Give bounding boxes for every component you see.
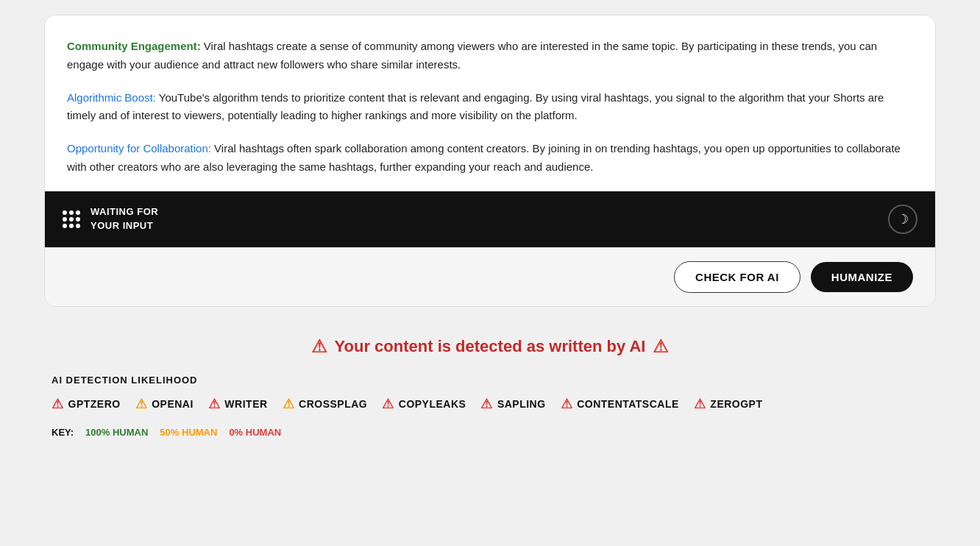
badge-crossplag: ⚠ CROSSPLAG [283,396,368,412]
key-50-human: 50% HUMAN [160,427,217,438]
warning-icon-right: ⚠ [653,336,669,357]
badge-contentatscale-label: CONTENTATSCALE [577,398,679,410]
key-row: KEY: 100% HUMAN 50% HUMAN 0% HUMAN [52,427,928,438]
badge-crossplag-icon: ⚠ [283,396,295,412]
badge-writer: ⚠ WRITER [208,396,268,412]
paragraph-3-label: Opportunity for Collaboration: [67,142,211,155]
status-text: WAITING FOR YOUR INPUT [90,205,158,232]
badge-sapling-icon: ⚠ [480,396,493,412]
badge-sapling: ⚠ SAPLING [480,396,545,412]
paragraph-3: Opportunity for Collaboration: Viral has… [67,140,913,177]
badge-zerogpt: ⚠ ZEROGPT [694,396,763,412]
badge-crossplag-label: CROSSPLAG [299,398,367,410]
paragraph-2: Algorithmic Boost: YouTube's algorithm t… [67,89,913,126]
badge-sapling-label: SAPLING [497,398,546,410]
badge-gptzero-icon: ⚠ [52,396,64,412]
warning-text: Your content is detected as written by A… [335,337,646,356]
paragraph-2-text: YouTube's algorithm tends to prioritize … [67,91,884,122]
badge-zerogpt-label: ZEROGPT [710,398,762,410]
badge-contentatscale: ⚠ CONTENTATSCALE [561,396,679,412]
key-label: KEY: [52,427,74,438]
warning-banner: ⚠ Your content is detected as written by… [52,336,928,357]
moon-icon: ☽ [897,211,909,227]
badge-zerogpt-icon: ⚠ [694,396,706,412]
badge-writer-label: WRITER [224,398,267,410]
status-left: WAITING FOR YOUR INPUT [63,205,158,232]
badge-copyleaks-label: COPYLEAKS [399,398,466,410]
badge-gptzero: ⚠ GPTZERO [52,396,121,412]
detection-likelihood-label: AI DETECTION LIKELIHOOD [52,375,928,386]
paragraph-1-label: Community Engagement: [67,40,201,52]
warning-icon-left: ⚠ [311,336,327,357]
key-0-human: 0% HUMAN [229,427,281,438]
dark-mode-toggle[interactable]: ☽ [888,205,917,234]
badge-openai: ⚠ OPENAI [135,396,193,412]
main-card: Community Engagement: Viral hashtags cre… [44,15,936,307]
status-bar: WAITING FOR YOUR INPUT ☽ [45,191,935,247]
humanize-button[interactable]: HUMANIZE [811,262,913,292]
badge-writer-icon: ⚠ [208,396,221,412]
check-for-ai-button[interactable]: CHECK FOR AI [674,261,800,293]
badge-openai-label: OPENAI [152,398,193,410]
badge-openai-icon: ⚠ [135,396,148,412]
badge-contentatscale-icon: ⚠ [561,396,573,412]
dots-grid-icon [63,210,80,228]
paragraph-1: Community Engagement: Viral hashtags cre… [67,38,913,74]
content-area: Community Engagement: Viral hashtags cre… [45,15,935,191]
detection-badges: ⚠ GPTZERO ⚠ OPENAI ⚠ WRITER ⚠ CROSSPLAG … [52,396,928,412]
key-100-human: 100% HUMAN [85,427,148,438]
badge-gptzero-label: GPTZERO [68,398,121,410]
paragraph-2-label: Algorithmic Boost: [67,91,156,104]
action-row: CHECK FOR AI HUMANIZE [45,247,935,306]
badge-copyleaks: ⚠ COPYLEAKS [382,396,466,412]
detection-section: ⚠ Your content is detected as written by… [44,329,936,453]
badge-copyleaks-icon: ⚠ [382,396,394,412]
